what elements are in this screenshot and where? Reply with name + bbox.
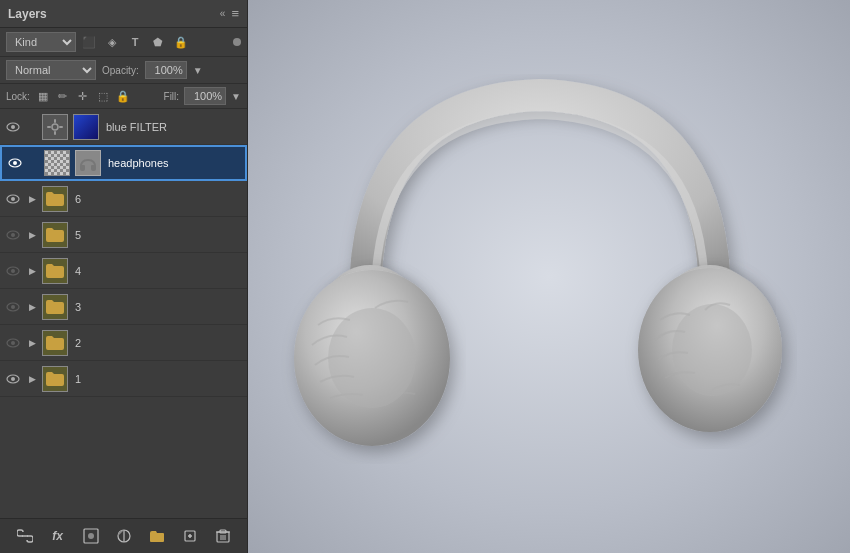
layer-item-1[interactable]: ▶ 1 [0, 361, 247, 397]
headphones-image [250, 20, 830, 530]
opacity-arrow[interactable]: ▼ [193, 65, 203, 76]
new-group-button[interactable] [146, 525, 168, 547]
lock-all-icon[interactable]: 🔒 [115, 88, 131, 104]
layer-visibility-6[interactable] [4, 190, 22, 208]
panel-header-icons: « ≡ [220, 6, 239, 21]
new-layer-button[interactable] [179, 525, 201, 547]
svg-point-8 [13, 161, 17, 165]
layer-visibility-2[interactable] [4, 334, 22, 352]
lock-brush-icon[interactable]: ✏ [55, 88, 71, 104]
layer-name-2: 2 [71, 337, 243, 349]
layer-item-6[interactable]: ▶ 6 [0, 181, 247, 217]
app-container: Layers « ≡ Kind Name Effect Mode Attribu… [0, 0, 850, 553]
layer-thumb-blue-filter [42, 114, 68, 140]
blend-mode-row: Normal Dissolve Multiply Screen Overlay … [0, 57, 247, 84]
layer-thumb-3 [42, 294, 68, 320]
canvas-area [248, 0, 850, 553]
layer-name-3: 3 [71, 301, 243, 313]
panel-menu-icon[interactable]: ≡ [231, 6, 239, 21]
fill-input[interactable] [184, 87, 226, 105]
panel-toolbar: fx [0, 518, 247, 553]
layer-name-1: 1 [71, 373, 243, 385]
filter-shape-icon[interactable]: ⬟ [149, 33, 167, 51]
delete-layer-button[interactable] [212, 525, 234, 547]
svg-rect-3 [54, 119, 56, 123]
layer-item-blue-filter[interactable]: blue FILTER [0, 109, 247, 145]
svg-rect-4 [54, 131, 56, 135]
svg-point-49 [328, 308, 416, 408]
svg-point-18 [11, 341, 15, 345]
svg-point-20 [11, 377, 15, 381]
layer-thumb-2 [42, 330, 68, 356]
svg-point-1 [11, 125, 15, 129]
svg-point-10 [11, 197, 15, 201]
layer-thumb-headphones-2 [75, 150, 101, 176]
lock-icons: ▦ ✏ ✛ ⬚ 🔒 [35, 88, 131, 104]
layer-expand-3[interactable]: ▶ [25, 300, 39, 314]
filter-dot [233, 38, 241, 46]
svg-point-41 [672, 304, 752, 396]
layer-expand-1[interactable]: ▶ [25, 372, 39, 386]
fill-arrow[interactable]: ▼ [231, 91, 241, 102]
fx-button[interactable]: fx [47, 525, 69, 547]
link-layers-button[interactable] [14, 525, 36, 547]
layer-item-2[interactable]: ▶ 2 [0, 325, 247, 361]
opacity-label: Opacity: [102, 65, 139, 76]
mask-button[interactable] [80, 525, 102, 547]
opacity-input[interactable] [145, 61, 187, 79]
blend-mode-select[interactable]: Normal Dissolve Multiply Screen Overlay [6, 60, 96, 80]
layer-expand-5[interactable]: ▶ [25, 228, 39, 242]
lock-artboard-icon[interactable]: ⬚ [95, 88, 111, 104]
layer-item-3[interactable]: ▶ 3 [0, 289, 247, 325]
filter-image-icon[interactable]: ⬛ [80, 33, 98, 51]
svg-point-16 [11, 305, 15, 309]
layer-name-5: 5 [71, 229, 243, 241]
fill-label: Fill: [164, 91, 180, 102]
layer-expand-4[interactable]: ▶ [25, 264, 39, 278]
new-adjustment-button[interactable] [113, 525, 135, 547]
svg-point-12 [11, 233, 15, 237]
layer-name-4: 4 [71, 265, 243, 277]
collapse-icon[interactable]: « [220, 8, 226, 19]
svg-point-2 [52, 124, 58, 130]
layer-item-4[interactable]: ▶ 4 [0, 253, 247, 289]
layer-thumb-5 [42, 222, 68, 248]
layer-visibility-headphones[interactable] [6, 154, 24, 172]
svg-rect-6 [59, 126, 63, 128]
layer-item-headphones[interactable]: headphones [0, 145, 247, 181]
layer-expand-6[interactable]: ▶ [25, 192, 39, 206]
layer-visibility-1[interactable] [4, 370, 22, 388]
layers-panel: Layers « ≡ Kind Name Effect Mode Attribu… [0, 0, 248, 553]
layer-thumb-4 [42, 258, 68, 284]
layer-visibility-blue-filter[interactable] [4, 118, 22, 136]
lock-label: Lock: [6, 91, 30, 102]
panel-title: Layers [8, 7, 47, 21]
layer-name-blue-filter: blue FILTER [102, 121, 243, 133]
lock-move-icon[interactable]: ✛ [75, 88, 91, 104]
layer-thumb-6 [42, 186, 68, 212]
layer-name-headphones: headphones [104, 157, 241, 169]
layer-visibility-5[interactable] [4, 226, 22, 244]
filter-text-icon[interactable]: T [126, 33, 144, 51]
layer-thumb-headphones [44, 150, 70, 176]
kind-select[interactable]: Kind Name Effect Mode Attribute Color [6, 32, 76, 52]
svg-point-23 [88, 533, 94, 539]
filter-icons: ⬛ ◈ T ⬟ 🔒 [80, 33, 190, 51]
layer-item-5[interactable]: ▶ 5 [0, 217, 247, 253]
svg-rect-5 [47, 126, 51, 128]
headphones-svg [250, 20, 830, 530]
layer-expand-2[interactable]: ▶ [25, 336, 39, 350]
panel-header: Layers « ≡ [0, 0, 247, 28]
filter-row: Kind Name Effect Mode Attribute Color ⬛ … [0, 28, 247, 57]
svg-point-14 [11, 269, 15, 273]
layer-visibility-4[interactable] [4, 262, 22, 280]
filter-smart-icon[interactable]: 🔒 [172, 33, 190, 51]
layer-name-6: 6 [71, 193, 243, 205]
lock-checkerboard-icon[interactable]: ▦ [35, 88, 51, 104]
layer-thumb-1 [42, 366, 68, 392]
filter-fx-icon[interactable]: ◈ [103, 33, 121, 51]
layer-visibility-3[interactable] [4, 298, 22, 316]
layers-list: blue FILTER h [0, 109, 247, 518]
layer-thumb-blue-filter-2 [73, 114, 99, 140]
lock-row: Lock: ▦ ✏ ✛ ⬚ 🔒 Fill: ▼ [0, 84, 247, 109]
